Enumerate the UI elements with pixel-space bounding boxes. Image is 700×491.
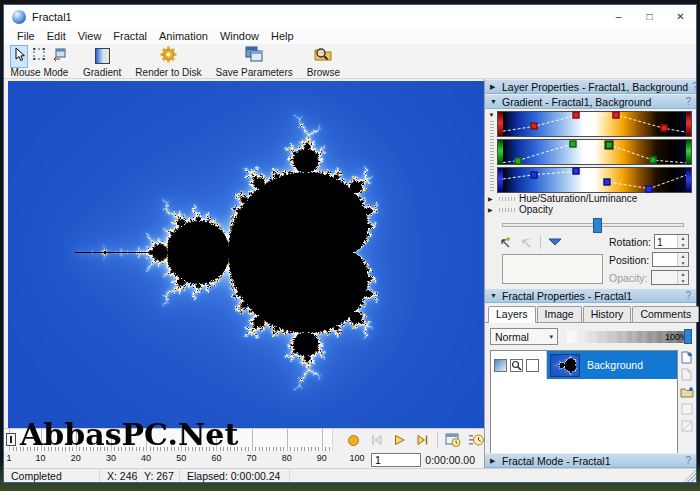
spinner-buttons[interactable]: ▲▼	[677, 253, 688, 266]
menu-fractal[interactable]: Fractal	[107, 30, 153, 42]
spinner-buttons[interactable]: ▲▼	[677, 271, 688, 284]
duplicate-layer-button[interactable]	[680, 368, 694, 381]
panel-header-fractal-properties[interactable]: ▼ Fractal Properties - Fractal1 ?	[485, 288, 696, 303]
help-icon[interactable]: ?	[685, 96, 691, 107]
blue-control-point[interactable]	[604, 178, 611, 185]
add-layer-group-button[interactable]	[680, 385, 694, 398]
blue-control-point[interactable]	[573, 168, 580, 175]
gradient-bar-red[interactable]	[497, 111, 692, 137]
rotation-spinbox[interactable]: 1 ▲▼	[654, 234, 689, 249]
layer-editable-checkbox[interactable]	[510, 359, 523, 372]
red-control-point[interactable]	[613, 111, 620, 118]
green-control-point[interactable]	[650, 157, 657, 164]
gradient-preview[interactable]	[503, 112, 686, 136]
opacity-value[interactable]	[652, 271, 677, 284]
record-button[interactable]	[345, 432, 361, 448]
subsection-hue-saturation-luminance[interactable]: ▶Hue/Saturation/Luminance	[486, 193, 694, 204]
gradient-button[interactable]	[93, 46, 112, 66]
first-frame-button[interactable]	[368, 432, 384, 448]
menu-view[interactable]: View	[72, 30, 108, 42]
menu-help[interactable]: Help	[265, 30, 300, 42]
switch-mode-button[interactable]	[50, 45, 69, 67]
frame-number-input[interactable]	[371, 453, 421, 467]
help-icon[interactable]: ?	[692, 81, 696, 92]
spin-down-icon[interactable]: ▼	[678, 242, 688, 249]
help-icon[interactable]: ?	[685, 290, 691, 301]
cursor-button[interactable]	[10, 45, 28, 68]
spin-down-icon[interactable]: ▼	[678, 260, 688, 267]
gradient-preview[interactable]	[503, 168, 686, 192]
red-control-point[interactable]	[573, 112, 580, 119]
spinner-buttons[interactable]: ▲▼	[677, 235, 688, 248]
gradient-menu-icon[interactable]: ▼	[489, 111, 495, 119]
tab-layers[interactable]: Layers	[488, 306, 536, 323]
gradient-dropdown-button[interactable]	[548, 237, 562, 247]
panel-header-layer-properties[interactable]: ▶ Layer Properties - Fractal1, Backgroun…	[485, 79, 696, 94]
gradient-position-slider[interactable]	[502, 223, 684, 227]
tab-history[interactable]: History	[583, 306, 632, 322]
subsection-opacity[interactable]: ▶Opacity	[486, 204, 694, 215]
opacity-spinbox[interactable]: ▲▼	[651, 270, 689, 285]
insert-control-point-button[interactable]	[498, 235, 512, 249]
menu-animation[interactable]: Animation	[153, 30, 214, 42]
render-animation-button[interactable]	[445, 432, 461, 448]
red-control-point[interactable]	[661, 125, 668, 132]
mandelbrot-render[interactable]	[8, 81, 484, 428]
position-spinbox[interactable]: ▲▼	[652, 252, 689, 267]
blue-control-point[interactable]	[531, 171, 538, 178]
collapse-arrow-icon[interactable]: ▶	[488, 206, 495, 213]
red-control-point[interactable]	[531, 123, 538, 130]
select-region-button[interactable]	[30, 45, 48, 67]
layer-selection[interactable]: Background	[547, 351, 677, 379]
collapse-arrow-icon[interactable]: ▶	[488, 195, 495, 202]
browse-button[interactable]	[311, 44, 335, 69]
expand-arrow-icon[interactable]: ▼	[490, 292, 498, 299]
green-control-point[interactable]	[514, 157, 521, 164]
collapse-arrow-icon[interactable]: ▶	[490, 457, 498, 465]
layers-list[interactable]: Background	[490, 350, 678, 458]
flatten-button[interactable]	[680, 419, 694, 432]
drag-grip[interactable]	[499, 197, 515, 201]
add-layer-button[interactable]	[680, 351, 694, 364]
gradient-bar-blue[interactable]	[497, 167, 692, 193]
rotation-value[interactable]: 1	[655, 235, 677, 248]
menu-file[interactable]: File	[11, 30, 41, 42]
title-bar[interactable]: Fractal1 – □ ✕	[4, 5, 696, 28]
delete-control-point-button[interactable]	[519, 235, 533, 249]
timeline-position-marker[interactable]	[6, 433, 16, 446]
menu-window[interactable]: Window	[214, 30, 265, 42]
drag-grip[interactable]	[499, 208, 515, 212]
gradient-preview[interactable]	[503, 140, 686, 164]
resize-grip[interactable]	[683, 469, 696, 482]
save-parameters-button[interactable]	[242, 43, 266, 69]
spin-down-icon[interactable]: ▼	[678, 278, 688, 285]
opacity-slider-thumb[interactable]	[684, 329, 692, 344]
layer-row[interactable]: Background	[491, 351, 677, 379]
close-button[interactable]: ✕	[665, 5, 696, 28]
panel-header-gradient[interactable]: ▼ Gradient - Fractal1, Background ?	[485, 94, 696, 109]
menu-edit[interactable]: Edit	[41, 30, 72, 42]
layer-visible-checkbox[interactable]	[494, 359, 507, 372]
collapse-arrow-icon[interactable]: ▶	[490, 83, 498, 91]
maximize-button[interactable]: □	[634, 5, 665, 28]
slider-thumb[interactable]	[593, 218, 602, 233]
gradient-bar-green[interactable]	[497, 139, 692, 165]
gear-button[interactable]	[157, 43, 180, 70]
green-control-point[interactable]	[606, 141, 613, 148]
merge-layer-button[interactable]	[680, 402, 694, 415]
layer-opacity-slider[interactable]: 100%	[567, 331, 690, 343]
blue-control-point[interactable]	[646, 185, 653, 192]
minimize-button[interactable]: –	[603, 5, 634, 28]
animation-options-button[interactable]	[468, 432, 484, 448]
play-button[interactable]	[391, 432, 407, 448]
position-value[interactable]	[653, 253, 677, 266]
blend-mode-select[interactable]: Normal ▾	[490, 328, 558, 345]
help-icon[interactable]: ?	[685, 455, 691, 466]
selected-color-preview[interactable]	[502, 254, 603, 284]
panel-header-fractal-mode[interactable]: ▶ Fractal Mode - Fractal1 ?	[485, 453, 696, 468]
last-frame-button[interactable]	[414, 432, 430, 448]
expand-arrow-icon[interactable]: ▼	[490, 98, 498, 105]
fractal-viewport[interactable]	[4, 79, 484, 428]
green-control-point[interactable]	[569, 140, 576, 147]
layer-transparent-checkbox[interactable]	[526, 359, 539, 372]
